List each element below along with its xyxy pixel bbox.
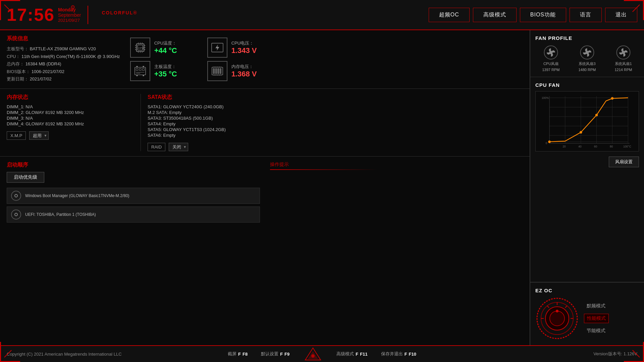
shortcut-f10: 保存并退出 FF10 — [381, 347, 416, 361]
svg-rect-24 — [136, 75, 138, 76]
corner-decoration-tr — [624, 0, 644, 20]
nav-btn-language[interactable]: 语言 — [570, 8, 602, 22]
svg-rect-19 — [142, 68, 144, 70]
nav-btn-oc[interactable]: 超频OC — [429, 8, 470, 22]
memory-section: 内存状态 DIMM_1: N/A DIMM_2: GLOWAY 8192 MB … — [7, 94, 141, 151]
svg-rect-27 — [213, 68, 214, 73]
svg-point-81 — [556, 310, 558, 312]
svg-point-74 — [580, 131, 582, 133]
header: 17:56 ⚙ Monday September 2021/09/27 COLO… — [0, 0, 644, 30]
oc-option-performance[interactable]: 性能模式 — [584, 314, 609, 323]
svg-rect-30 — [220, 68, 221, 73]
f11-key: F — [356, 352, 358, 357]
f10-label: 保存并退出 — [381, 351, 403, 357]
svg-rect-18 — [139, 68, 141, 70]
fan-item-sys1: 系统风扇1 1214 RPM — [615, 45, 632, 72]
oc-option-eco[interactable]: 节能模式 — [584, 326, 609, 335]
oc-option-default[interactable]: 默频模式 — [584, 302, 609, 310]
xmp-select-wrapper[interactable]: 超用 关闭 开启 — [29, 131, 49, 140]
dimm3: DIMM_3: N/A — [7, 116, 134, 121]
sata-section: SATA状态 SATA1: GLOWAY YCT240G (240.0GB) M… — [148, 94, 523, 151]
raid-select-wrapper[interactable]: 关闭 开启 — [169, 143, 188, 151]
boot-order-title: 启动顺序 — [7, 162, 260, 169]
footer: Copyright (C) 2021 American Megatrends I… — [0, 345, 644, 362]
shortcut-f8: 截屏 FF8 — [228, 347, 248, 361]
footer-shortcuts: 截屏 FF8 默认设置 FF9 高级模式 FF11 保存并退出 FF10 — [133, 347, 511, 361]
ez-oc-content: 默频模式 性能模式 节能模式 — [535, 297, 639, 340]
boot-item-1[interactable]: Windows Boot Manager (GLOWAY Basic1TNVMe… — [7, 188, 260, 204]
fan-cpu-rpm: 1397 RPM — [542, 68, 560, 72]
hint-line — [270, 169, 377, 170]
gear-icon: ⚙ — [70, 4, 75, 10]
svg-rect-28 — [215, 68, 217, 73]
fan-cpu-name: CPU风扇 — [543, 61, 558, 66]
cpu-temp-values: CPU温度： +44 °C — [154, 40, 177, 55]
sys1-fan-icon — [616, 45, 631, 60]
ez-oc-options: 默频模式 性能模式 节能模式 — [584, 302, 609, 335]
f8-label: 截屏 — [228, 351, 236, 357]
mem-voltage-card: 内存电压： 1.368 V — [207, 61, 274, 81]
ez-oc-dial[interactable] — [535, 297, 579, 340]
svg-text:80: 80 — [610, 145, 613, 148]
date-display: 2021/09/27 — [58, 18, 80, 23]
fan-profile-section: FAN PROFILE CPU风扇 1397 RPM — [530, 30, 644, 77]
xmp-label: X.M.P — [7, 131, 26, 140]
system-info-section: 系统信息 主板型号： BATTLE-AX Z590M GAMING V20 CP… — [0, 30, 530, 89]
board-temp-card: 主板温度： +35 °C — [130, 61, 197, 81]
svg-rect-23 — [143, 66, 144, 67]
sensor-cards: CPU CPU温度： +44 °C — [127, 35, 523, 83]
fan-items: CPU风扇 1397 RPM 系统风扇3 — [535, 45, 639, 72]
svg-rect-29 — [218, 68, 219, 73]
svg-point-73 — [548, 140, 550, 143]
svg-line-86 — [547, 306, 549, 308]
cpu-voltage-icon — [207, 38, 227, 58]
nav-btn-advanced[interactable]: 高级模式 — [473, 8, 517, 22]
boot-item-2[interactable]: UEFI: TOSHIBA, Partition 1 (TOSHIBA) — [7, 206, 260, 223]
sys-info-update: 更新日期： 2021/07/02 — [7, 76, 120, 82]
brand-logo: COLORFUL® — [102, 9, 137, 20]
boot-priority-btn[interactable]: 启动优先级 — [7, 172, 44, 183]
boot-section: 启动顺序 启动优先级 Windows Boot Manager (GLOWAY … — [0, 157, 530, 230]
fan-settings-btn[interactable]: 风扇设置 — [609, 157, 639, 167]
raid-row: RAID 关闭 开启 — [148, 143, 523, 151]
system-info-text: 系统信息 主板型号： BATTLE-AX Z590M GAMING V20 CP… — [7, 35, 120, 83]
memory-sata-section: 内存状态 DIMM_1: N/A DIMM_2: GLOWAY 8192 MB … — [0, 89, 530, 157]
mem-voltage-value: 1.368 V — [231, 70, 257, 78]
svg-text:20: 20 — [562, 145, 566, 148]
fan-sys1-name: 系统风扇1 — [615, 61, 632, 66]
board-temp-values: 主板温度： +35 °C — [154, 64, 177, 78]
nav-btn-bios[interactable]: BIOS功能 — [520, 8, 566, 22]
cpu-temp-card: CPU CPU温度： +44 °C — [130, 38, 197, 58]
f11-label: 高级模式 — [336, 351, 354, 357]
raid-select[interactable]: 关闭 开启 — [169, 143, 188, 151]
board-temp-icon — [130, 61, 150, 81]
month-display: September — [58, 12, 81, 18]
cpu-fan-icon — [543, 45, 558, 60]
svg-point-76 — [611, 97, 613, 100]
footer-version: Version版本号: 1.126V — [511, 351, 637, 357]
xmp-select[interactable]: 超用 关闭 开启 — [29, 131, 49, 140]
fan-sys3-rpm: 1480 RPM — [579, 68, 596, 72]
dimm1: DIMM_1: N/A — [7, 104, 134, 109]
sys-info-bios: BIOS版本： 1006-2021/07/02 — [7, 68, 120, 75]
svg-rect-25 — [143, 75, 144, 76]
svg-rect-17 — [136, 68, 138, 70]
cpu-voltage-card: CPU电压： 1.343 V — [207, 38, 274, 58]
ez-oc-title: EZ OC — [535, 288, 639, 293]
memory-title: 内存状态 — [7, 94, 134, 101]
boot-disk-icon-2 — [11, 209, 21, 220]
hint-title: 操作提示 — [270, 162, 523, 168]
center-logo — [303, 347, 323, 361]
cpu-fan-chart: 100% 0 20 40 60 80 100°C — [535, 91, 639, 152]
f9-key: F — [280, 352, 283, 357]
svg-text:40: 40 — [578, 145, 582, 148]
sys3-fan-icon — [580, 45, 595, 60]
left-panel: 系统信息 主板型号： BATTLE-AX Z590M GAMING V20 CP… — [0, 30, 530, 345]
boot-item-2-text: UEFI: TOSHIBA, Partition 1 (TOSHIBA) — [25, 212, 96, 217]
svg-text:100°C: 100°C — [623, 145, 631, 148]
board-temp-value: +35 °C — [154, 70, 177, 78]
cpu-voltage-label: CPU电压： — [231, 40, 257, 46]
f8-key: F — [238, 352, 241, 357]
fan-sys1-rpm: 1214 RPM — [615, 68, 632, 72]
svg-text:100%: 100% — [542, 96, 549, 100]
